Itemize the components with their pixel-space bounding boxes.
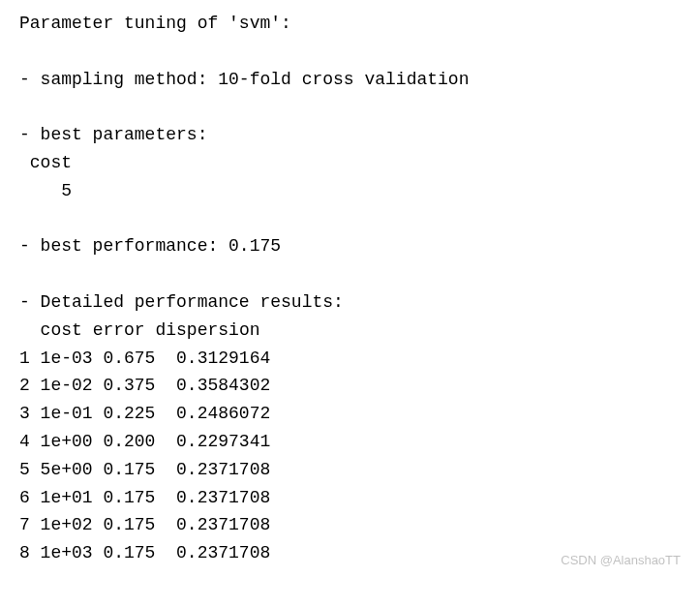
blank-line xyxy=(19,38,681,66)
table-body: 1 1e-03 0.675 0.31291642 1e-02 0.375 0.3… xyxy=(19,345,681,567)
sampling-value: 10-fold cross validation xyxy=(218,70,469,89)
best-params-name-line: cost xyxy=(19,149,681,177)
detailed-label-line: - Detailed performance results: xyxy=(19,288,681,317)
table-row: 2 1e-02 0.375 0.3584302 xyxy=(19,372,681,400)
table-row: 3 1e-01 0.225 0.2486072 xyxy=(19,400,681,428)
param-name: cost xyxy=(30,153,72,172)
detailed-label: - Detailed performance results: xyxy=(19,292,344,312)
table-row: 4 1e+00 0.200 0.2297341 xyxy=(19,428,681,456)
blank-line xyxy=(19,93,681,121)
col-dispersion: dispersion xyxy=(155,320,259,340)
sampling-label: - sampling method: xyxy=(19,70,218,89)
table-row: 7 1e+02 0.175 0.2371708 xyxy=(19,511,681,539)
best-perf-label: - best performance: xyxy=(19,236,228,256)
best-perf-value: 0.175 xyxy=(228,236,281,256)
table-row: 6 1e+01 0.175 0.2371708 xyxy=(19,484,681,512)
table-row: 1 1e-03 0.675 0.3129164 xyxy=(19,345,681,373)
title-line: Parameter tuning of 'svm': xyxy=(19,10,681,38)
table-row: 5 5e+00 0.175 0.2371708 xyxy=(19,456,681,484)
param-value: 5 xyxy=(61,181,72,200)
watermark: CSDN @AlanshaoTT xyxy=(561,551,681,571)
best-params-value-line: 5 xyxy=(19,177,681,205)
sampling-line: - sampling method: 10-fold cross validat… xyxy=(19,66,681,94)
title-text: Parameter tuning of 'svm': xyxy=(19,14,291,33)
col-cost: cost xyxy=(41,320,82,340)
table-header-line: cost error dispersion xyxy=(19,317,681,345)
best-params-label: - best parameters: xyxy=(19,125,207,144)
col-error: error xyxy=(93,320,145,340)
best-params-label-line: - best parameters: xyxy=(19,121,681,149)
blank-line xyxy=(19,205,681,233)
blank-line xyxy=(19,260,681,288)
best-perf-line: - best performance: 0.175 xyxy=(19,232,681,260)
